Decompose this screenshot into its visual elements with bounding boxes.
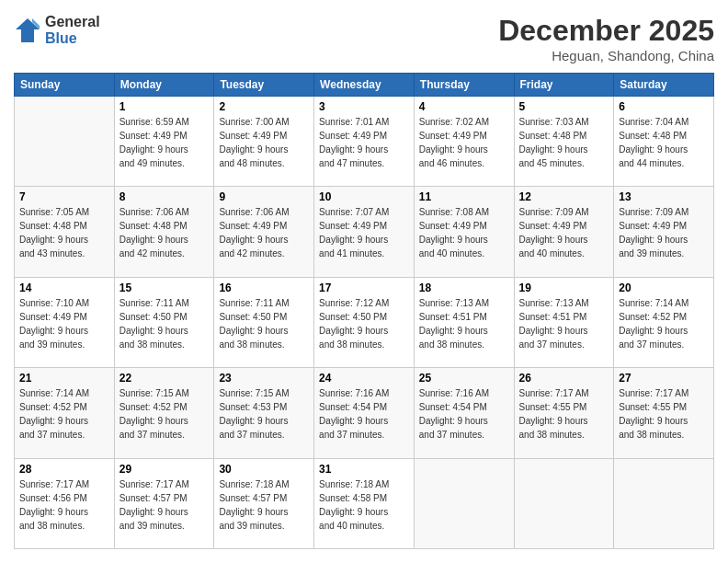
day-number: 29 [119, 463, 210, 476]
calendar-cell: 11Sunrise: 7:08 AMSunset: 4:49 PMDayligh… [414, 187, 514, 277]
title-block: December 2025 Heguan, Shandong, China [498, 14, 714, 63]
day-number: 19 [519, 282, 609, 294]
calendar-page: General Blue December 2025 Heguan, Shand… [0, 0, 728, 563]
day-number: 2 [219, 100, 309, 113]
day-number: 28 [19, 463, 109, 476]
calendar-week-4: 21Sunrise: 7:14 AMSunset: 4:52 PMDayligh… [15, 368, 714, 458]
day-info: Sunrise: 7:14 AMSunset: 4:52 PMDaylight:… [619, 296, 709, 351]
calendar-cell: 18Sunrise: 7:13 AMSunset: 4:51 PMDayligh… [414, 277, 514, 367]
calendar-cell: 6Sunrise: 7:04 AMSunset: 4:48 PMDaylight… [614, 97, 714, 187]
day-info: Sunrise: 6:59 AMSunset: 4:49 PMDaylight:… [119, 115, 210, 170]
day-number: 3 [319, 100, 409, 113]
day-info: Sunrise: 7:06 AMSunset: 4:49 PMDaylight:… [219, 205, 309, 260]
day-number: 4 [419, 100, 509, 113]
day-header-monday: Monday [114, 74, 214, 97]
calendar-cell: 22Sunrise: 7:15 AMSunset: 4:52 PMDayligh… [114, 368, 214, 458]
calendar-cell: 12Sunrise: 7:09 AMSunset: 4:49 PMDayligh… [514, 187, 614, 277]
calendar-cell: 8Sunrise: 7:06 AMSunset: 4:48 PMDaylight… [114, 187, 214, 277]
day-info: Sunrise: 7:07 AMSunset: 4:49 PMDaylight:… [319, 205, 409, 260]
day-info: Sunrise: 7:02 AMSunset: 4:49 PMDaylight:… [419, 115, 509, 170]
calendar-cell: 24Sunrise: 7:16 AMSunset: 4:54 PMDayligh… [314, 368, 415, 458]
day-info: Sunrise: 7:17 AMSunset: 4:56 PMDaylight:… [19, 477, 109, 533]
calendar-cell: 21Sunrise: 7:14 AMSunset: 4:52 PMDayligh… [15, 368, 115, 458]
day-number: 9 [219, 190, 309, 203]
day-number: 20 [619, 282, 709, 294]
day-header-friday: Friday [514, 74, 614, 97]
day-info: Sunrise: 7:03 AMSunset: 4:48 PMDaylight:… [519, 115, 609, 170]
calendar-cell: 31Sunrise: 7:18 AMSunset: 4:58 PMDayligh… [314, 458, 415, 548]
day-number: 30 [219, 463, 309, 476]
day-info: Sunrise: 7:00 AMSunset: 4:49 PMDaylight:… [219, 115, 309, 170]
day-info: Sunrise: 7:09 AMSunset: 4:49 PMDaylight:… [619, 205, 709, 260]
day-info: Sunrise: 7:17 AMSunset: 4:57 PMDaylight:… [119, 477, 210, 533]
day-header-wednesday: Wednesday [314, 74, 415, 97]
logo-icon [14, 17, 41, 44]
calendar-cell: 17Sunrise: 7:12 AMSunset: 4:50 PMDayligh… [314, 277, 415, 367]
svg-marker-0 [16, 18, 40, 42]
day-info: Sunrise: 7:13 AMSunset: 4:51 PMDaylight:… [419, 296, 509, 351]
calendar-cell: 20Sunrise: 7:14 AMSunset: 4:52 PMDayligh… [614, 277, 714, 367]
day-info: Sunrise: 7:18 AMSunset: 4:58 PMDaylight:… [319, 477, 409, 533]
day-info: Sunrise: 7:11 AMSunset: 4:50 PMDaylight:… [119, 296, 210, 351]
calendar-cell: 7Sunrise: 7:05 AMSunset: 4:48 PMDaylight… [15, 187, 115, 277]
day-info: Sunrise: 7:09 AMSunset: 4:49 PMDaylight:… [519, 205, 609, 260]
logo: General Blue [14, 14, 100, 46]
day-info: Sunrise: 7:08 AMSunset: 4:49 PMDaylight:… [419, 205, 509, 260]
calendar-cell [414, 458, 514, 548]
day-number: 27 [619, 372, 709, 385]
logo-blue: Blue [45, 30, 100, 47]
calendar-header: SundayMondayTuesdayWednesdayThursdayFrid… [15, 74, 714, 97]
day-number: 25 [419, 372, 509, 385]
day-info: Sunrise: 7:10 AMSunset: 4:49 PMDaylight:… [19, 296, 109, 351]
day-number: 1 [119, 100, 210, 113]
calendar-cell: 13Sunrise: 7:09 AMSunset: 4:49 PMDayligh… [614, 187, 714, 277]
calendar-cell: 5Sunrise: 7:03 AMSunset: 4:48 PMDaylight… [514, 97, 614, 187]
day-info: Sunrise: 7:06 AMSunset: 4:48 PMDaylight:… [119, 205, 210, 260]
day-info: Sunrise: 7:04 AMSunset: 4:48 PMDaylight:… [619, 115, 709, 170]
day-info: Sunrise: 7:18 AMSunset: 4:57 PMDaylight:… [219, 477, 309, 533]
day-header-sunday: Sunday [15, 74, 115, 97]
day-info: Sunrise: 7:17 AMSunset: 4:55 PMDaylight:… [519, 386, 609, 442]
calendar-week-1: 1Sunrise: 6:59 AMSunset: 4:49 PMDaylight… [15, 97, 714, 187]
calendar-cell: 15Sunrise: 7:11 AMSunset: 4:50 PMDayligh… [114, 277, 214, 367]
calendar-cell: 26Sunrise: 7:17 AMSunset: 4:55 PMDayligh… [514, 368, 614, 458]
day-info: Sunrise: 7:11 AMSunset: 4:50 PMDaylight:… [219, 296, 309, 351]
calendar-cell: 23Sunrise: 7:15 AMSunset: 4:53 PMDayligh… [214, 368, 314, 458]
day-number: 24 [319, 372, 409, 385]
calendar-cell: 27Sunrise: 7:17 AMSunset: 4:55 PMDayligh… [614, 368, 714, 458]
day-number: 14 [19, 282, 109, 294]
day-number: 5 [519, 100, 609, 113]
calendar-cell: 2Sunrise: 7:00 AMSunset: 4:49 PMDaylight… [214, 97, 314, 187]
calendar-week-3: 14Sunrise: 7:10 AMSunset: 4:49 PMDayligh… [15, 277, 714, 367]
day-number: 31 [319, 463, 409, 476]
day-number: 10 [319, 190, 409, 203]
calendar-cell: 10Sunrise: 7:07 AMSunset: 4:49 PMDayligh… [314, 187, 415, 277]
calendar-cell: 25Sunrise: 7:16 AMSunset: 4:54 PMDayligh… [414, 368, 514, 458]
day-number: 23 [219, 372, 309, 385]
day-info: Sunrise: 7:05 AMSunset: 4:48 PMDaylight:… [19, 205, 109, 260]
calendar-cell: 30Sunrise: 7:18 AMSunset: 4:57 PMDayligh… [214, 458, 314, 548]
calendar-cell: 14Sunrise: 7:10 AMSunset: 4:49 PMDayligh… [15, 277, 115, 367]
day-header-thursday: Thursday [414, 74, 514, 97]
day-number: 26 [519, 372, 609, 385]
day-number: 18 [419, 282, 509, 294]
day-number: 15 [119, 282, 210, 294]
day-number: 13 [619, 190, 709, 203]
calendar-table: SundayMondayTuesdayWednesdayThursdayFrid… [14, 73, 714, 549]
day-number: 11 [419, 190, 509, 203]
day-info: Sunrise: 7:15 AMSunset: 4:53 PMDaylight:… [219, 386, 309, 442]
calendar-week-5: 28Sunrise: 7:17 AMSunset: 4:56 PMDayligh… [15, 458, 714, 548]
calendar-cell: 4Sunrise: 7:02 AMSunset: 4:49 PMDaylight… [414, 97, 514, 187]
calendar-cell [514, 458, 614, 548]
day-info: Sunrise: 7:12 AMSunset: 4:50 PMDaylight:… [319, 296, 409, 351]
day-number: 6 [619, 100, 709, 113]
calendar-cell: 1Sunrise: 6:59 AMSunset: 4:49 PMDaylight… [114, 97, 214, 187]
day-info: Sunrise: 7:13 AMSunset: 4:51 PMDaylight:… [519, 296, 609, 351]
calendar-body: 1Sunrise: 6:59 AMSunset: 4:49 PMDaylight… [15, 97, 714, 549]
calendar-cell: 16Sunrise: 7:11 AMSunset: 4:50 PMDayligh… [214, 277, 314, 367]
day-info: Sunrise: 7:15 AMSunset: 4:52 PMDaylight:… [119, 386, 210, 442]
month-title: December 2025 [498, 14, 714, 48]
day-number: 16 [219, 282, 309, 294]
calendar-cell: 3Sunrise: 7:01 AMSunset: 4:49 PMDaylight… [314, 97, 415, 187]
calendar-cell: 28Sunrise: 7:17 AMSunset: 4:56 PMDayligh… [15, 458, 115, 548]
